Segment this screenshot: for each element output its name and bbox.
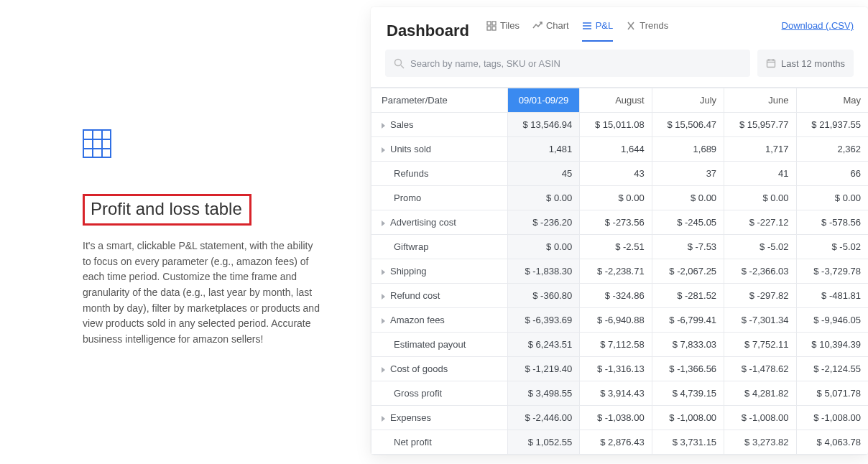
expand-caret-icon[interactable] [382, 269, 385, 275]
cell: $ 15,957.77 [724, 113, 796, 137]
col-month[interactable]: August [580, 88, 652, 113]
tab-tiles[interactable]: Tiles [486, 20, 520, 41]
cell: $ -481.81 [796, 284, 868, 308]
cell: $ -1,038.00 [580, 406, 652, 430]
row-label[interactable]: Gross profit [371, 381, 508, 406]
col-month[interactable]: 09/01-09/29 [507, 88, 579, 113]
cell: $ -5.02 [724, 235, 796, 259]
row-label[interactable]: Real ACOS [371, 455, 508, 455]
cell: $ 1,052.55 [507, 430, 579, 455]
row-label[interactable]: Sales [371, 113, 508, 137]
chart-icon [532, 21, 542, 31]
cell: $ 3,273.82 [724, 430, 796, 455]
row-label[interactable]: Refunds [371, 162, 508, 186]
cell: 41 [724, 162, 796, 186]
table-row[interactable]: Refund cost$ -360.80$ -324.86$ -281.52$ … [371, 284, 869, 308]
row-label[interactable]: Advertising cost [371, 210, 508, 235]
row-label[interactable]: Cost of goods [371, 357, 508, 381]
cell: $ -2,366.03 [724, 259, 796, 284]
cell: $ -1,219.40 [507, 357, 579, 381]
table-row[interactable]: Giftwrap$ 0.00$ -2.51$ -7.53$ -5.02$ -5.… [371, 235, 869, 259]
tab-chart[interactable]: Chart [532, 20, 569, 41]
tab-trends[interactable]: Trends [626, 20, 668, 41]
expand-caret-icon[interactable] [382, 221, 385, 226]
cell: $ -7.53 [652, 235, 724, 259]
cell: $ -1,838.30 [507, 259, 579, 284]
expand-caret-icon[interactable] [382, 367, 385, 373]
cell: $ -578.56 [796, 210, 868, 235]
dashboard-card: Dashboard Tiles Chart P&L [371, 7, 868, 455]
date-range-label: Last 12 months [781, 58, 845, 69]
cell: $ 4,281.82 [724, 381, 796, 406]
svg-rect-0 [83, 130, 111, 157]
cell: $ -7,301.34 [724, 308, 796, 333]
download-csv-link[interactable]: Download (.CSV) [782, 20, 854, 41]
svg-rect-6 [492, 22, 496, 25]
table-row[interactable]: Amazon fees$ -6,393.69$ -6,940.88$ -6,79… [371, 308, 869, 333]
search-input[interactable]: Search by name, tags, SKU or ASIN [385, 50, 750, 77]
feature-description-panel: Profit and loss table It's a smart, clic… [83, 129, 320, 348]
cell: $ 15,506.47 [652, 113, 724, 137]
cell: $ 6,243.51 [507, 333, 579, 357]
row-label[interactable]: Expenses [371, 406, 508, 430]
row-label[interactable]: Shipping [371, 259, 508, 284]
table-row[interactable]: Estimated payout$ 6,243.51$ 7,112.58$ 7,… [371, 333, 869, 357]
table-row[interactable]: Cost of goods$ -1,219.40$ -1,316.13$ -1,… [371, 357, 869, 381]
cell: 45 [507, 162, 579, 186]
cell: $ 15,011.08 [580, 113, 652, 137]
cell: 2,362 [796, 137, 868, 162]
cell: $ -2,067.25 [652, 259, 724, 284]
row-label[interactable]: Net profit [371, 430, 508, 455]
svg-point-14 [395, 59, 402, 65]
feature-title-highlight: Profit and loss table [83, 194, 251, 226]
table-row[interactable]: Expenses$ -2,446.00$ -1,038.00$ -1,008.0… [371, 406, 869, 430]
cell: $ 10,394.39 [796, 333, 868, 357]
cell: $ -1,008.00 [724, 406, 796, 430]
table-row[interactable]: Shipping$ -1,838.30$ -2,238.71$ -2,067.2… [371, 259, 869, 284]
search-placeholder: Search by name, tags, SKU or ASIN [410, 58, 560, 69]
cell: $ -273.56 [580, 210, 652, 235]
expand-caret-icon[interactable] [382, 123, 385, 129]
expand-caret-icon[interactable] [382, 318, 385, 324]
cell: $ 0.00 [507, 235, 579, 259]
table-row[interactable]: Units sold1,4811,6441,6891,7172,3621, [371, 137, 869, 162]
col-parameter[interactable]: Parameter/Date [371, 88, 508, 113]
col-month[interactable]: May [796, 88, 868, 113]
cell: 37 [652, 162, 724, 186]
tab-label: Trends [640, 20, 668, 31]
cell: $ -3,729.78 [796, 259, 868, 284]
table-row[interactable]: Refunds4543374166 [371, 162, 869, 186]
tiles-icon [486, 21, 497, 31]
expand-caret-icon[interactable] [382, 294, 385, 300]
cell: $ -2,446.00 [507, 406, 579, 430]
cell: $ 5,071.78 [796, 381, 868, 406]
cell: $ -1,478.62 [724, 357, 796, 381]
cell: $ -324.86 [580, 284, 652, 308]
cell: $ 0.00 [724, 186, 796, 210]
filter-bar: Search by name, tags, SKU or ASIN Last 1… [371, 50, 868, 87]
col-month[interactable]: July [652, 88, 724, 113]
cell: $ -2.51 [580, 235, 652, 259]
table-row[interactable]: Promo$ 0.00$ 0.00$ 0.00$ 0.00$ 0.00$ ( [371, 186, 869, 210]
cell: $ -6,940.88 [580, 308, 652, 333]
expand-caret-icon[interactable] [382, 147, 385, 153]
row-label[interactable]: Amazon fees [371, 308, 508, 333]
row-label[interactable]: Promo [371, 186, 508, 210]
row-label[interactable]: Units sold [371, 137, 508, 162]
row-label[interactable]: Refund cost [371, 284, 508, 308]
table-row[interactable]: Gross profit$ 3,498.55$ 3,914.43$ 4,739.… [371, 381, 869, 406]
tab-pl[interactable]: P&L [582, 20, 614, 41]
search-icon [394, 58, 405, 69]
expand-caret-icon[interactable] [382, 416, 385, 422]
table-row[interactable]: Advertising cost$ -236.20$ -273.56$ -245… [371, 210, 869, 235]
row-label[interactable]: Estimated payout [371, 333, 508, 357]
cell: $ 7,833.03 [652, 333, 724, 357]
date-range-picker[interactable]: Last 12 months [757, 50, 854, 77]
row-label[interactable]: Giftwrap [371, 235, 508, 259]
cell: $ -5.02 [796, 235, 868, 259]
col-month[interactable]: June [724, 88, 796, 113]
table-row[interactable]: Real ACOS1.74%1.82%1.58%1.42%2.64%4. [371, 455, 869, 455]
svg-rect-8 [492, 27, 496, 30]
table-row[interactable]: Sales$ 13,546.94$ 15,011.08$ 15,506.47$ … [371, 113, 869, 137]
table-row[interactable]: Net profit$ 1,052.55$ 2,876.43$ 3,731.15… [371, 430, 869, 455]
